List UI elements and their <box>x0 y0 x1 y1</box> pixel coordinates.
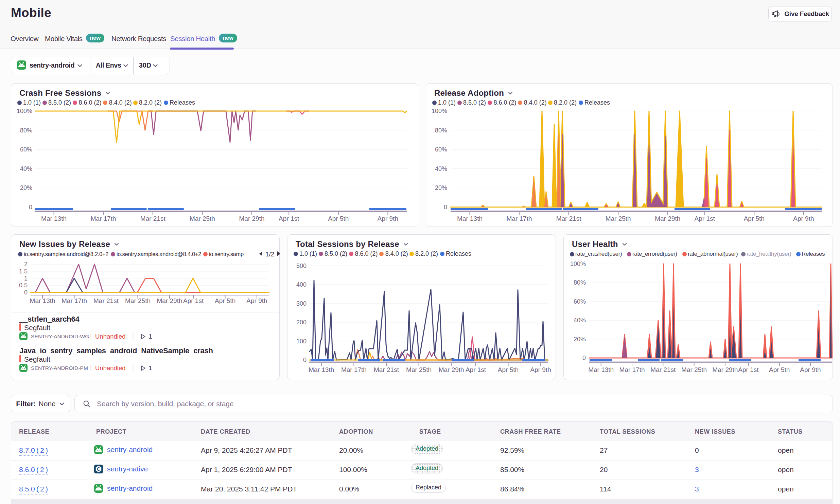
svg-text:Apr 9th: Apr 9th <box>530 366 551 373</box>
svg-text:0: 0 <box>582 355 586 361</box>
svg-text:60%: 60% <box>574 298 586 305</box>
svg-text:20%: 20% <box>435 184 447 191</box>
svg-text:Mar 29th: Mar 29th <box>239 215 265 222</box>
svg-text:500: 500 <box>296 263 307 269</box>
svg-text:60%: 60% <box>20 146 32 153</box>
svg-text:Apr 1st: Apr 1st <box>466 366 486 373</box>
svg-text:Mar 29th: Mar 29th <box>655 215 680 222</box>
svg-text:0: 0 <box>29 204 32 211</box>
svg-text:Apr 5th: Apr 5th <box>769 366 790 373</box>
svg-text:Mar 29th: Mar 29th <box>157 297 182 304</box>
svg-text:0: 0 <box>24 289 28 296</box>
svg-text:Apr 9th: Apr 9th <box>800 366 821 373</box>
svg-text:Mar 17th: Mar 17th <box>341 366 367 373</box>
svg-text:Mar 13th: Mar 13th <box>588 366 614 373</box>
svg-text:Mar 21st: Mar 21st <box>93 297 119 304</box>
svg-text:1: 1 <box>24 275 28 282</box>
svg-text:0: 0 <box>444 204 447 211</box>
svg-text:Apr 1st: Apr 1st <box>279 215 299 222</box>
svg-text:40%: 40% <box>435 165 447 172</box>
svg-text:Apr 9th: Apr 9th <box>246 297 267 304</box>
svg-text:100: 100 <box>296 338 307 345</box>
svg-text:1.5: 1.5 <box>19 268 28 275</box>
svg-text:80%: 80% <box>20 127 32 134</box>
svg-text:2: 2 <box>24 261 28 268</box>
svg-text:Apr 1st: Apr 1st <box>738 366 759 373</box>
svg-text:Apr 5th: Apr 5th <box>498 366 519 373</box>
svg-text:40%: 40% <box>574 317 586 324</box>
svg-text:C: C <box>97 466 101 472</box>
svg-text:80%: 80% <box>435 127 447 134</box>
svg-text:Mar 17th: Mar 17th <box>507 215 532 222</box>
svg-text:0.5: 0.5 <box>19 282 28 289</box>
svg-text:Mar 17th: Mar 17th <box>62 297 87 304</box>
svg-text:Mar 17th: Mar 17th <box>619 366 645 373</box>
svg-text:0: 0 <box>303 357 307 363</box>
svg-text:100%: 100% <box>17 108 32 114</box>
svg-text:60%: 60% <box>435 146 447 153</box>
svg-text:Apr 5th: Apr 5th <box>215 297 235 304</box>
svg-text:100%: 100% <box>570 260 586 267</box>
svg-text:Mar 25th: Mar 25th <box>406 366 432 373</box>
svg-text:40%: 40% <box>20 165 32 172</box>
svg-text:100%: 100% <box>432 108 447 114</box>
svg-text:Apr 5th: Apr 5th <box>744 215 765 222</box>
svg-text:Apr 9th: Apr 9th <box>378 215 398 222</box>
svg-text:400: 400 <box>296 281 307 288</box>
svg-text:Mar 13th: Mar 13th <box>457 215 483 222</box>
svg-text:Mar 25th: Mar 25th <box>190 215 215 222</box>
svg-text:20%: 20% <box>20 184 32 191</box>
svg-text:Mar 21st: Mar 21st <box>140 215 166 222</box>
svg-text:Mar 25th: Mar 25th <box>681 366 707 373</box>
svg-text:200: 200 <box>296 319 307 326</box>
svg-text:Mar 13th: Mar 13th <box>309 366 334 373</box>
svg-text:80%: 80% <box>574 279 586 286</box>
svg-text:Mar 13th: Mar 13th <box>41 215 67 222</box>
svg-text:Mar 17th: Mar 17th <box>91 215 116 222</box>
svg-text:Apr 9th: Apr 9th <box>793 215 814 222</box>
svg-text:300: 300 <box>296 300 307 307</box>
svg-text:Mar 21st: Mar 21st <box>650 366 676 373</box>
svg-text:Mar 21st: Mar 21st <box>374 366 399 373</box>
svg-text:Mar 21st: Mar 21st <box>556 215 582 222</box>
svg-text:Apr 5th: Apr 5th <box>328 215 349 222</box>
svg-text:Apr 1st: Apr 1st <box>183 297 204 304</box>
svg-text:Mar 29th: Mar 29th <box>712 366 738 373</box>
svg-text:Apr 1st: Apr 1st <box>695 215 715 222</box>
svg-text:Mar 25th: Mar 25th <box>125 297 151 304</box>
svg-text:Mar 25th: Mar 25th <box>606 215 631 222</box>
svg-text:Mar 29th: Mar 29th <box>439 366 464 373</box>
svg-text:20%: 20% <box>574 336 586 343</box>
svg-text:Mar 13th: Mar 13th <box>30 297 55 304</box>
